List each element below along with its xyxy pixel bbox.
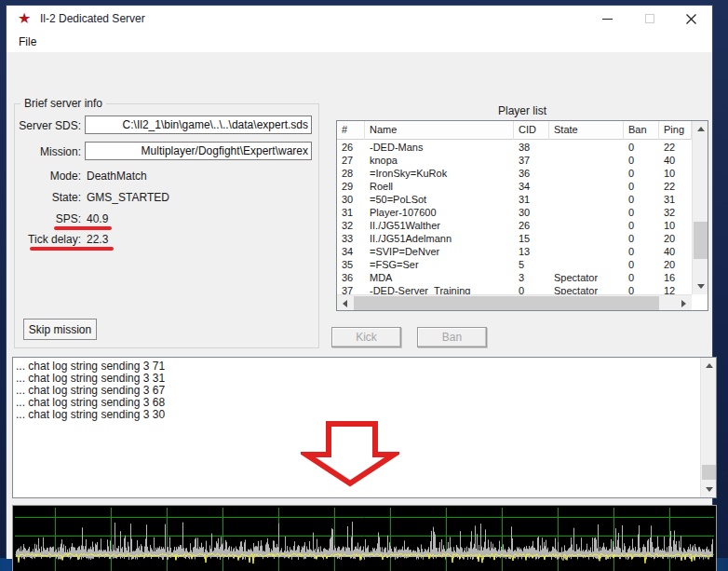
vertical-scroll-thumb[interactable] <box>702 465 716 480</box>
table-cell: 16 <box>659 271 692 284</box>
table-cell: 0 <box>624 141 659 154</box>
table-cell: 40 <box>659 154 692 167</box>
mission-input[interactable]: Multiplayer/Dogfight\Expert\warex <box>85 142 312 160</box>
table-cell: 10 <box>659 167 692 180</box>
player-table-vertical-scrollbar[interactable] <box>692 121 708 294</box>
scroll-up-icon[interactable] <box>693 121 708 137</box>
table-row[interactable]: 27knopa37040 <box>337 154 692 167</box>
scroll-left-icon[interactable] <box>337 295 353 311</box>
column-header-[interactable]: # <box>337 121 365 140</box>
table-cell: Roell <box>365 180 514 193</box>
table-cell: 5 <box>514 258 549 271</box>
mode-label: Mode: <box>14 170 81 183</box>
titlebar[interactable]: ★ Il-2 Dedicated Server <box>7 6 712 32</box>
table-cell: 36 <box>337 271 365 284</box>
table-cell: 10 <box>659 219 692 232</box>
desktop-background: { "window": { "title": "Il-2 Dedicated S… <box>0 0 728 571</box>
table-cell: II./JG51Walther <box>365 219 514 232</box>
table-cell: 30 <box>514 206 549 219</box>
table-row[interactable]: 29Roell34022 <box>337 180 692 193</box>
tick-delay-label: Tick delay: <box>14 233 81 246</box>
server-sds-value: C:\Il2_1\bin\game\..\..\data\expert.sds <box>123 118 308 131</box>
horizontal-scroll-thumb[interactable] <box>354 296 659 310</box>
table-cell: 31 <box>514 193 549 206</box>
table-cell: MDA <box>365 271 514 284</box>
table-cell: 20 <box>659 232 692 245</box>
table-row[interactable]: 34=SVIP=DeNver13040 <box>337 245 692 258</box>
table-cell: 13 <box>514 245 549 258</box>
close-button[interactable] <box>670 6 712 32</box>
table-row[interactable]: 35=FSG=Ser5020 <box>337 258 692 271</box>
table-cell: Spectator <box>549 271 624 284</box>
table-cell <box>549 258 624 271</box>
server-sds-input[interactable]: C:\Il2_1\bin\game\..\..\data\expert.sds <box>85 116 312 134</box>
maximize-icon <box>645 14 654 23</box>
menu-file[interactable]: File <box>14 34 41 49</box>
table-cell: 0 <box>624 206 659 219</box>
table-cell: 3 <box>514 271 549 284</box>
scroll-right-icon[interactable] <box>676 295 692 311</box>
table-cell: 33 <box>337 232 365 245</box>
client-area: Brief server info Server SDS: C:\Il2_1\b… <box>7 52 712 559</box>
table-cell: Player-107600 <box>365 206 514 219</box>
table-row[interactable]: 26-DED-Mans38022 <box>337 141 692 154</box>
table-cell: 0 <box>624 180 659 193</box>
chat-lines: ... chat log string sending 3 71... chat… <box>16 360 697 421</box>
table-row[interactable]: 32II./JG51Walther26010 <box>337 219 692 232</box>
tick-delay-red-underline-annotation <box>30 247 114 251</box>
table-row[interactable]: 33II./JG51Adelmann15020 <box>337 232 692 245</box>
scroll-down-icon[interactable] <box>693 279 708 294</box>
table-cell <box>549 180 624 193</box>
maximize-button[interactable] <box>628 6 670 32</box>
table-row[interactable]: 28=IronSky=KuRok36010 <box>337 167 692 180</box>
performance-graph-canvas <box>13 506 716 571</box>
table-cell: 0 <box>624 167 659 180</box>
kick-button[interactable]: Kick <box>331 327 401 347</box>
table-cell: 15 <box>514 232 549 245</box>
player-table-body: 26-DED-Mans3802227knopa3704028=IronSky=K… <box>337 141 692 297</box>
tick-delay-value: 22.3 <box>87 233 108 246</box>
scroll-down-icon[interactable] <box>701 482 717 497</box>
player-table: #NameCIDStateBanPing 26-DED-Mans3802227k… <box>336 120 708 311</box>
table-cell: 35 <box>337 258 365 271</box>
scroll-up-icon[interactable] <box>701 358 717 374</box>
table-cell <box>549 245 624 258</box>
table-cell: 22 <box>659 141 692 154</box>
table-cell <box>549 219 624 232</box>
table-row[interactable]: 30=50=PoLSot31031 <box>337 193 692 206</box>
player-table-horizontal-scrollbar[interactable] <box>337 294 692 310</box>
column-header-name[interactable]: Name <box>365 121 514 140</box>
table-cell: 31 <box>337 206 365 219</box>
table-cell: 34 <box>337 245 365 258</box>
vertical-scroll-thumb[interactable] <box>694 222 708 259</box>
table-cell: 0 <box>624 232 659 245</box>
ban-button[interactable]: Ban <box>417 327 487 347</box>
mode-value: DeathMatch <box>87 170 147 183</box>
table-cell <box>549 193 624 206</box>
table-cell <box>549 167 624 180</box>
column-header-cid[interactable]: CID <box>514 121 549 140</box>
sps-red-underline-annotation <box>54 226 112 230</box>
table-cell: =FSG=Ser <box>365 258 514 271</box>
close-icon <box>686 14 696 24</box>
table-cell: 34 <box>514 180 549 193</box>
table-cell: knopa <box>365 154 514 167</box>
minimize-button[interactable] <box>586 6 628 32</box>
table-cell <box>549 232 624 245</box>
table-cell: 28 <box>337 167 365 180</box>
table-cell: 0 <box>624 219 659 232</box>
table-cell: 0 <box>624 193 659 206</box>
table-cell <box>549 206 624 219</box>
column-header-ban[interactable]: Ban <box>624 121 659 140</box>
column-header-state[interactable]: State <box>549 121 624 140</box>
chat-vertical-scrollbar[interactable] <box>700 358 716 497</box>
player-table-header: #NameCIDStateBanPing <box>337 121 692 140</box>
table-row[interactable]: 36MDA3Spectator016 <box>337 271 692 284</box>
table-cell: 38 <box>514 141 549 154</box>
state-value: GMS_STARTED <box>87 191 169 204</box>
table-cell: 32 <box>659 206 692 219</box>
table-row[interactable]: 31Player-10760030032 <box>337 206 692 219</box>
column-header-ping[interactable]: Ping <box>659 121 692 140</box>
skip-mission-button[interactable]: Skip mission <box>23 319 97 340</box>
state-label: State: <box>14 191 81 204</box>
